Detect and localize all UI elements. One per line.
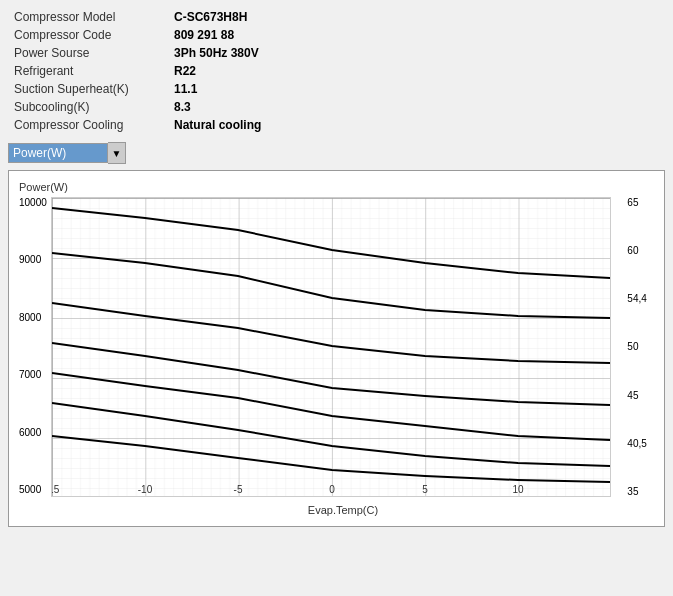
compressor-model-row: Compressor Model C-SC673H8H (8, 8, 665, 26)
y-label-6000: 6000 (19, 427, 47, 438)
right-label-35: 35 (627, 486, 646, 497)
chart-type-select[interactable]: Power(W) Capacity(W) Current(A) COP (8, 143, 108, 163)
right-label-405: 40,5 (627, 438, 646, 449)
power-source-value: 3Ph 50Hz 380V (168, 44, 665, 62)
compressor-model-value: C-SC673H8H (168, 8, 665, 26)
chart-y-label: Power(W) (19, 181, 654, 193)
right-label-544: 54,4 (627, 293, 646, 304)
subcooling-row: Subcooling(K) 8.3 (8, 98, 665, 116)
right-label-50: 50 (627, 341, 646, 352)
info-table: Compressor Model C-SC673H8H Compressor C… (8, 8, 665, 134)
svg-text:5: 5 (422, 484, 428, 495)
chart-container: Power(W) 10000 9000 8000 7000 6000 5000 (8, 170, 665, 527)
right-label-45: 45 (627, 390, 646, 401)
refrigerant-value: R22 (168, 62, 665, 80)
y-label-5000: 5000 (19, 484, 47, 495)
y-label-7000: 7000 (19, 369, 47, 380)
svg-text:0: 0 (329, 484, 335, 495)
right-label-65: 65 (627, 197, 646, 208)
power-source-row: Power Sourse 3Ph 50Hz 380V (8, 44, 665, 62)
y-label-9000: 9000 (19, 254, 47, 265)
svg-text:-5: -5 (233, 484, 242, 495)
svg-rect-1 (52, 198, 611, 497)
right-axis-labels: 65 60 54,4 50 45 40,5 35 (627, 197, 646, 497)
dropdown-row: Power(W) Capacity(W) Current(A) COP ▼ (8, 142, 665, 164)
chart-x-label: Evap.Temp(C) (63, 504, 623, 516)
refrigerant-row: Refrigerant R22 (8, 62, 665, 80)
y-axis-labels: 10000 9000 8000 7000 6000 5000 (19, 197, 47, 497)
suction-superheat-row: Suction Superheat(K) 11.1 (8, 80, 665, 98)
suction-superheat-label: Suction Superheat(K) (8, 80, 168, 98)
compressor-code-label: Compressor Code (8, 26, 168, 44)
compressor-cooling-value: Natural cooling (168, 116, 665, 134)
power-source-label: Power Sourse (8, 44, 168, 62)
chart-svg-wrapper: -15 -10 -5 0 5 10 65 60 54,4 50 45 40,5 … (51, 197, 611, 500)
svg-text:10: 10 (512, 484, 524, 495)
compressor-code-row: Compressor Code 809 291 88 (8, 26, 665, 44)
chart-svg: -15 -10 -5 0 5 10 (51, 197, 611, 497)
y-label-8000: 8000 (19, 312, 47, 323)
main-container: Compressor Model C-SC673H8H Compressor C… (0, 0, 673, 535)
compressor-code-value: 809 291 88 (168, 26, 665, 44)
svg-text:-10: -10 (138, 484, 153, 495)
right-label-60: 60 (627, 245, 646, 256)
svg-text:-15: -15 (51, 484, 60, 495)
subcooling-label: Subcooling(K) (8, 98, 168, 116)
compressor-cooling-row: Compressor Cooling Natural cooling (8, 116, 665, 134)
suction-superheat-value: 11.1 (168, 80, 665, 98)
refrigerant-label: Refrigerant (8, 62, 168, 80)
compressor-model-label: Compressor Model (8, 8, 168, 26)
compressor-cooling-label: Compressor Cooling (8, 116, 168, 134)
subcooling-value: 8.3 (168, 98, 665, 116)
y-label-10000: 10000 (19, 197, 47, 208)
dropdown-arrow-icon[interactable]: ▼ (108, 142, 126, 164)
